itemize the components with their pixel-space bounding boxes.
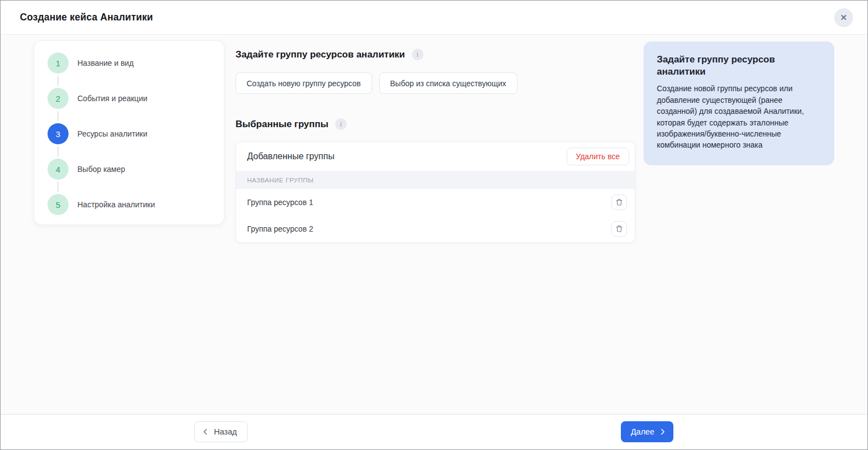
added-groups-card-header: Добавленные группы Удалить все	[236, 142, 635, 171]
info-icon-glyph: i	[340, 121, 342, 128]
group-name: Группа ресурсов 2	[247, 224, 313, 233]
step-number-badge: 2	[48, 88, 69, 109]
step-item-analytics-resources[interactable]: 3 Ресурсы аналитики	[48, 116, 224, 151]
delete-all-button[interactable]: Удалить все	[567, 148, 629, 165]
added-groups-card: Добавленные группы Удалить все НАЗВАНИЕ …	[236, 142, 635, 243]
close-button[interactable]: ✕	[834, 8, 853, 27]
page-title: Создание кейса Аналитики	[20, 12, 153, 23]
step-number-badge: 4	[48, 159, 69, 180]
step-item-events-and-reactions[interactable]: 2 События и реакции	[48, 81, 224, 116]
step-item-analytics-settings[interactable]: 5 Настройка аналитики	[48, 187, 224, 222]
section-title: Задайте группу ресурсов аналитики	[236, 49, 405, 60]
dialog-header: Создание кейса Аналитики ✕	[1, 1, 867, 35]
dialog-footer: Назад Далее	[1, 414, 867, 449]
info-icon[interactable]: i	[412, 49, 423, 60]
delete-row-button[interactable]	[611, 221, 627, 237]
create-resource-group-button[interactable]: Создать новую группу ресурсов	[236, 72, 372, 94]
step-label: Выбор камер	[77, 165, 125, 174]
card-title: Добавленные группы	[247, 151, 334, 161]
chevron-right-icon	[660, 428, 666, 435]
selected-groups-section: Выбранные группы i	[236, 118, 347, 130]
next-button-label: Далее	[631, 427, 654, 436]
close-icon: ✕	[840, 13, 848, 22]
step-label: Название и вид	[77, 59, 134, 67]
section-title: Выбранные группы	[236, 119, 328, 130]
step-number-badge: 3	[48, 123, 69, 144]
table-column-header: НАЗВАНИЕ ГРУППЫ	[236, 171, 635, 189]
trash-icon	[615, 225, 623, 233]
column-header-label: НАЗВАНИЕ ГРУППЫ	[247, 177, 313, 184]
resource-group-section: Задайте группу ресурсов аналитики i	[236, 49, 423, 60]
chevron-left-icon	[202, 428, 208, 435]
help-panel: Задайте группу ресурсов аналитики Создан…	[644, 41, 834, 165]
help-panel-body: Создание новой группы ресурсов или добав…	[657, 83, 821, 151]
delete-row-button[interactable]	[611, 195, 627, 210]
choose-existing-group-button[interactable]: Выбор из списка существующих	[379, 72, 517, 94]
info-icon-glyph: i	[417, 51, 419, 59]
group-name: Группа ресурсов 1	[247, 198, 313, 207]
help-panel-title: Задайте группу ресурсов аналитики	[657, 54, 821, 78]
trash-icon	[615, 198, 623, 206]
next-button[interactable]: Далее	[621, 421, 673, 442]
step-item-camera-selection[interactable]: 4 Выбор камер	[48, 151, 224, 187]
create-analytics-case-dialog: { "window": { "title": "Создание кейса А…	[0, 0, 868, 450]
info-icon[interactable]: i	[335, 118, 347, 130]
step-item-name-and-type[interactable]: 1 Название и вид	[48, 45, 224, 81]
step-label: Настройка аналитики	[77, 200, 155, 209]
step-label: События и реакции	[77, 94, 148, 103]
back-button-label: Назад	[214, 427, 237, 436]
table-row: Группа ресурсов 1	[236, 189, 635, 216]
step-number-badge: 1	[48, 53, 69, 74]
table-row: Группа ресурсов 2	[236, 216, 635, 242]
wizard-stepper: 1 Название и вид 2 События и реакции 3 Р…	[34, 40, 224, 225]
back-button[interactable]: Назад	[194, 421, 248, 442]
step-number-badge: 5	[48, 194, 69, 215]
step-label: Ресурсы аналитики	[77, 129, 148, 138]
resource-group-actions: Создать новую группу ресурсов Выбор из с…	[236, 72, 517, 94]
